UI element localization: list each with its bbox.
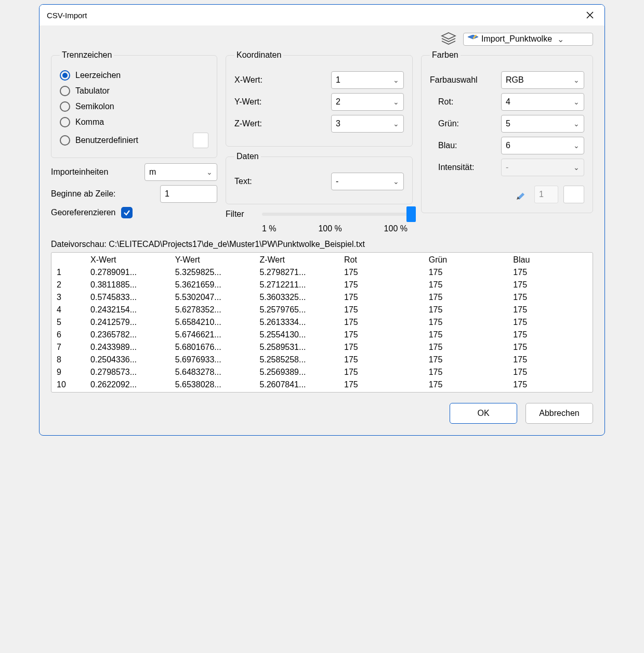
table-row[interactable]: 20.3811885...5.3621659...5.2712211...175… [51, 279, 593, 291]
radio-leerzeichen[interactable]: Leerzeichen [60, 70, 208, 81]
table-row[interactable]: 40.2432154...5.6278352...5.2579765...175… [51, 304, 593, 316]
filter-block: Filter 1 % 100 % 100 % [226, 210, 413, 233]
select-x[interactable]: 1 ⌄ [331, 71, 404, 89]
table-cell: 7 [51, 341, 85, 354]
chevron-down-icon: ⌄ [393, 98, 399, 106]
label-text: Text: [234, 177, 281, 186]
table-cell: 5.2569389... [254, 366, 339, 378]
select-z[interactable]: 3 ⌄ [331, 115, 404, 133]
select-gruen[interactable]: 5 ⌄ [501, 115, 584, 133]
table-cell: 0.2365782... [85, 329, 170, 341]
label-intensitaet: Intensität: [438, 163, 492, 172]
table-row[interactable]: 60.2365782...5.6746621...5.2554130...175… [51, 329, 593, 341]
select-value: 5 [506, 119, 510, 128]
table-header: X-Wert [85, 254, 170, 266]
table-cell: 5.6278352... [170, 304, 255, 316]
select-y[interactable]: 2 ⌄ [331, 93, 404, 111]
cancel-label: Abbrechen [539, 409, 579, 418]
table-cell: 0.2789091... [85, 266, 170, 279]
table-cell: 0.2504336... [85, 354, 170, 366]
chevron-down-icon: ⌄ [573, 120, 580, 128]
table-row[interactable]: 90.2798573...5.6483278...5.2569389...175… [51, 366, 593, 378]
titlebar: CSV-Import [40, 5, 604, 25]
table-cell: 5.6976933... [170, 354, 255, 366]
select-value: 6 [506, 141, 510, 150]
label-x: X-Wert: [234, 75, 281, 85]
table-cell: 175 [508, 366, 593, 378]
select-importeinheiten[interactable]: m ⌄ [144, 163, 217, 181]
table-cell: 5.5302047... [170, 291, 255, 304]
dialog-csv-import: CSV-Import Import_Punktwo [39, 4, 605, 436]
color-swatch[interactable] [563, 186, 584, 203]
select-value: - [506, 163, 508, 172]
table-cell: 175 [339, 354, 424, 366]
chevron-down-icon: ⌄ [393, 120, 399, 128]
label-importeinheiten: Importeinheiten [51, 167, 108, 177]
table-cell: 5.2607841... [254, 378, 339, 391]
table-cell: 175 [424, 279, 508, 291]
table-cell: 175 [339, 366, 424, 378]
preview-table: X-WertY-WertZ-WertRotGrünBlau 10.2789091… [51, 254, 593, 391]
select-value: 1 [336, 75, 340, 85]
select-blau[interactable]: 6 ⌄ [501, 137, 584, 154]
table-cell: 175 [339, 266, 424, 279]
table-cell: 5.6483278... [170, 366, 255, 378]
chevron-down-icon: ⌄ [573, 98, 580, 106]
chevron-down-icon: ⌄ [573, 141, 580, 150]
select-rot[interactable]: 4 ⌄ [501, 93, 584, 111]
radio-komma[interactable]: Komma [60, 117, 208, 127]
radio-semikolon[interactable]: Semikolon [60, 101, 208, 112]
radio-tabulator[interactable]: Tabulator [60, 86, 208, 96]
table-cell: 175 [339, 378, 424, 391]
table-header [51, 254, 85, 266]
table-row[interactable]: 70.2433989...5.6801676...5.2589531...175… [51, 341, 593, 354]
radio-icon [60, 135, 70, 146]
table-cell: 5.2798271... [254, 266, 339, 279]
label-y: Y-Wert: [234, 97, 281, 107]
custom-delim-input[interactable] [193, 133, 208, 148]
table-cell: 175 [424, 366, 508, 378]
table-row[interactable]: 80.2504336...5.6976933...5.2585258...175… [51, 354, 593, 366]
filter-slider[interactable] [262, 213, 413, 216]
layers-icon[interactable] [440, 31, 457, 47]
table-cell: 175 [508, 341, 593, 354]
table-cell: 5.6584210... [170, 316, 255, 329]
label-filter: Filter [226, 210, 257, 219]
cancel-button[interactable]: Abbrechen [525, 403, 593, 424]
select-text[interactable]: - ⌄ [331, 173, 404, 190]
table-row[interactable]: 30.5745833...5.5302047...5.3603325...175… [51, 291, 593, 304]
radio-benutzerdefiniert[interactable]: Benutzerdefiniert [60, 133, 208, 148]
select-value: 2 [336, 97, 340, 107]
group-trennzeichen: Trennzeichen Leerzeichen Tabulator Se [51, 50, 217, 158]
table-cell: 2 [51, 279, 85, 291]
layer-select[interactable]: Import_Punktwolke ⌄ [463, 33, 593, 46]
ok-button[interactable]: OK [450, 403, 517, 424]
table-cell: 5.6746621... [170, 329, 255, 341]
table-cell: 175 [424, 266, 508, 279]
tick-mid: 100 % [318, 224, 341, 233]
close-button[interactable] [583, 8, 597, 22]
layer-pencil-icon [468, 35, 478, 43]
window-title: CSV-Import [47, 11, 87, 20]
table-cell: 175 [424, 329, 508, 341]
select-farbauswahl[interactable]: RGB ⌄ [501, 71, 584, 89]
table-cell: 175 [508, 354, 593, 366]
table-cell: 175 [339, 291, 424, 304]
label-beginne-zeile: Beginne ab Zeile: [51, 189, 116, 199]
table-cell: 0.5745833... [85, 291, 170, 304]
checkbox-georeferenzieren[interactable] [121, 207, 133, 218]
table-cell: 4 [51, 304, 85, 316]
table-row[interactable]: 10.2789091...5.3259825...5.2798271...175… [51, 266, 593, 279]
table-cell: 5.3603325... [254, 291, 339, 304]
svg-marker-2 [442, 33, 455, 39]
tick-max: 100 % [384, 224, 408, 233]
pencil-icon[interactable] [515, 187, 529, 202]
slider-thumb[interactable] [406, 206, 416, 222]
table-row[interactable]: 100.2622092...5.6538028...5.2607841...17… [51, 378, 593, 391]
table-cell: 5.2579765... [254, 304, 339, 316]
chevron-down-icon: ⌄ [573, 163, 580, 172]
table-row[interactable]: 50.2412579...5.6584210...5.2613334...175… [51, 316, 593, 329]
table-cell: 175 [424, 378, 508, 391]
table-cell: 175 [508, 266, 593, 279]
input-beginne-zeile[interactable] [160, 185, 217, 203]
